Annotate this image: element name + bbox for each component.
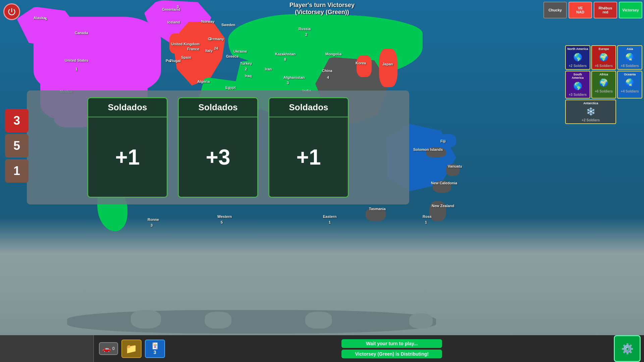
korea-blob <box>357 55 372 77</box>
afghanistan-label: Afghanistan <box>283 75 305 79</box>
ross-blob <box>409 313 433 328</box>
tank-count: 0 <box>112 346 115 351</box>
norway-label: Norway <box>201 19 215 23</box>
japan-blob <box>379 49 397 87</box>
ronne-label: Ronne <box>148 218 159 222</box>
card-2-header: Soldados <box>179 98 257 117</box>
network-button[interactable]: ⚙️ <box>614 335 641 362</box>
asia-icon: 🌏 <box>622 51 638 63</box>
africa-label: Africa <box>593 73 614 76</box>
card-1-header: Soldados <box>88 98 167 117</box>
oceania-icon: 🌏 <box>622 77 638 88</box>
network-icon: ⚙️ <box>621 343 634 355</box>
soldier-card-1[interactable]: Soldados +1 <box>87 97 168 198</box>
iran-label: Iran <box>265 67 272 71</box>
spain-label: Spain <box>181 55 191 59</box>
continent-south-america: South America 🌎 +3 Soldiers <box>565 71 590 99</box>
western-blob <box>205 312 231 328</box>
player-turn-banner: Player's turn Victorsey (Victorsey (Gree… <box>289 2 355 16</box>
africa-icon: 🌍 <box>595 77 612 88</box>
afghanistan-num: 3 <box>287 81 289 85</box>
ronne-blob <box>131 310 161 328</box>
italy-label: Italy <box>205 49 213 53</box>
player-avatar-victorsey[interactable]: Victorsey <box>619 2 642 18</box>
fiji-label: Fiji <box>440 139 446 143</box>
new-zealand-label: New Zealand <box>432 204 454 208</box>
new-caledonia-label: New Caledonia <box>431 181 457 185</box>
alaska-num: 6 <box>45 17 47 21</box>
continent-north-america: North America 🌎 +2 Soldiers <box>565 45 590 70</box>
us-label: United States <box>65 58 88 62</box>
dice-tan-1-value: 5 <box>13 139 20 153</box>
player-avatar-ve-nad[interactable]: VENAD <box>569 2 592 18</box>
russia-label: Russia <box>299 27 311 31</box>
cards-count: 3 <box>154 350 156 355</box>
portugal-label: Portugal <box>166 59 181 63</box>
iceland-label: Iceland <box>167 20 180 24</box>
card-3-value: +1 <box>269 117 348 197</box>
soldier-card-3[interactable]: Soldados +1 <box>268 97 349 198</box>
hand-cards-button[interactable]: 🃏 3 <box>145 340 165 358</box>
egypt-label: Egypt <box>225 85 236 89</box>
folder-cards-button[interactable]: 📁 <box>121 340 142 358</box>
status-line1: Wait your turn to play... <box>366 341 418 346</box>
tank-icon: 🚗 <box>102 345 111 353</box>
tasmania-label: Tasmania <box>369 207 386 211</box>
victorsey-label: Victorsey <box>622 8 639 12</box>
western-num: 5 <box>221 220 223 224</box>
china-label: China <box>322 69 332 73</box>
western-label: Western <box>217 215 232 219</box>
solomon-label: Solomon Islands <box>413 147 443 152</box>
japan-label: Japan <box>382 62 393 66</box>
power-icon <box>7 7 16 16</box>
greece-label: Greece <box>226 54 238 58</box>
antarctica-bonus: +2 Soldiers <box>567 118 614 122</box>
folder-icon: 📁 <box>125 343 137 354</box>
south-america-icon: 🌎 <box>569 80 586 92</box>
power-button[interactable] <box>3 3 20 20</box>
continent-antarctica: Antarctica ❄️ +2 Soldiers <box>565 100 616 124</box>
france-label: France <box>187 47 199 51</box>
ukraine-label: Ukraine <box>233 49 247 53</box>
portugal-num: 2 <box>170 59 172 63</box>
north-america-bonus: +2 Soldiers <box>567 64 588 68</box>
antarctica-blob <box>67 310 436 334</box>
korea-label: Korea <box>356 61 366 65</box>
ross-num: 1 <box>425 220 427 224</box>
eastern-num: 1 <box>329 220 331 224</box>
soldier-card-2[interactable]: Soldados +3 <box>178 97 258 198</box>
europe-bonus: +6 Soldiers <box>593 64 614 68</box>
card-1-value: +1 <box>88 117 167 197</box>
asia-bonus: +8 Soldiers <box>619 64 640 68</box>
player-avatars-container: Chucky VENAD Rhébusred Victorsey <box>543 2 642 18</box>
germany-num: 3 <box>210 37 212 41</box>
bottom-status: Wait your turn to play... Victorsey (Gre… <box>170 339 614 358</box>
status-line2: Victorsey (Green) is Distributing! <box>355 351 429 357</box>
continent-asia: Asia 🌏 +8 Soldiers <box>617 45 642 70</box>
turn-line1: Player's turn Victorsey <box>289 2 355 9</box>
china-num: 4 <box>327 75 329 79</box>
kazakhstan-label: Kazakhstan <box>275 52 296 56</box>
vanuatu-label: Vanuatu <box>448 164 462 168</box>
italy-num: 24 <box>214 46 218 50</box>
dice-tan-2-value: 1 <box>13 164 20 178</box>
europe-label: Europe <box>593 47 614 51</box>
north-america-label: North America <box>567 47 588 51</box>
player-avatar-red[interactable]: Rhébusred <box>594 2 617 18</box>
player-avatar-chucky[interactable]: Chucky <box>543 2 567 18</box>
turn-line2: (Victorsey (Green)) <box>289 9 355 16</box>
alaska-label: Alaska <box>34 16 45 20</box>
ronne-num: 3 <box>151 223 153 227</box>
continent-oceania: Oceania 🌏 +4 Soldiers <box>617 71 642 99</box>
status-distributing-button: Victorsey (Green) is Distributing! <box>341 350 442 358</box>
continent-panel: North America 🌎 +2 Soldiers Europe 🌍 +6 … <box>565 45 642 124</box>
dice-panel: 3 5 1 <box>5 109 29 184</box>
ve-nad-label: VENAD <box>576 6 584 14</box>
north-america-icon: 🌎 <box>569 51 586 63</box>
tank-counter[interactable]: 🚗 0 <box>99 342 118 355</box>
turkey-label: Turkey <box>240 61 252 65</box>
bottom-controls: 🚗 0 📁 🃏 3 <box>94 340 170 358</box>
canada-label: Canada <box>75 31 88 35</box>
ross-label: Ross <box>423 215 432 219</box>
eastern-blob <box>305 312 332 328</box>
